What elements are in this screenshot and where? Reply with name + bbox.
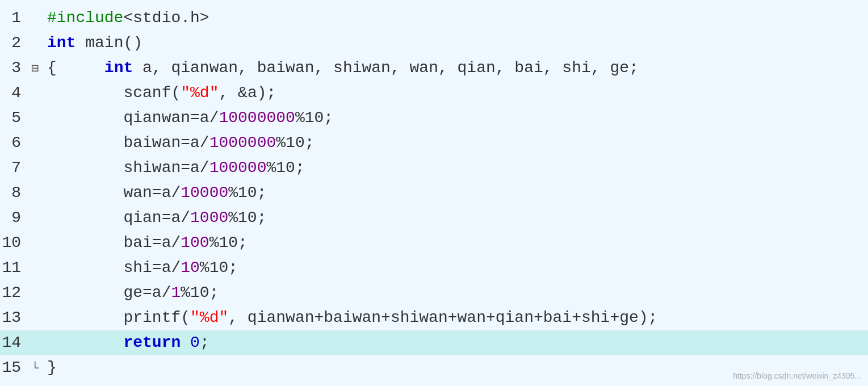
token-normal [181, 334, 190, 351]
token-normal: <stdio.h> [123, 9, 209, 27]
code-content: baiwan=a/1000000%10; [43, 131, 868, 155]
token-normal: %10; [228, 209, 266, 226]
token-kw-return: return [123, 334, 181, 351]
token-normal: shi=a/ [47, 259, 181, 276]
line-number: 8 [0, 181, 31, 205]
line-number: 3 [0, 56, 31, 80]
token-var: 1 [171, 284, 181, 301]
token-normal: , qianwan+baiwan+shiwan+wan+qian+bai+shi… [228, 309, 657, 326]
line-number: 7 [0, 156, 31, 180]
line-number: 14 [0, 330, 31, 355]
code-line: 14 return 0; [0, 330, 868, 355]
line-number: 2 [0, 31, 31, 55]
token-normal: %10; [276, 134, 314, 152]
line-number: 13 [0, 305, 31, 330]
code-content: int main() [43, 31, 868, 55]
code-line: 5 qianwan=a/10000000%10; [0, 106, 868, 131]
line-marker: └ [31, 359, 43, 379]
token-normal: scanf( [47, 84, 181, 102]
code-line: 2int main() [0, 31, 868, 56]
code-line: 7 shiwan=a/100000%10; [0, 156, 868, 181]
token-normal: qian=a/ [47, 209, 190, 226]
token-normal: wan=a/ [47, 184, 181, 202]
token-normal: bai=a/ [47, 234, 181, 251]
code-line: 10 bai=a/100%10; [0, 230, 868, 255]
code-content: #include<stdio.h> [43, 6, 868, 30]
code-content: bai=a/100%10; [43, 230, 868, 255]
token-kw-zero: 0 [190, 334, 200, 351]
token-normal: %10; [209, 234, 248, 251]
code-content: shi=a/10%10; [43, 255, 868, 280]
line-number: 4 [0, 81, 31, 105]
token-str-fmt: "%d" [190, 309, 228, 326]
line-number: 5 [0, 106, 31, 130]
token-normal: { [47, 59, 104, 77]
token-normal: main() [76, 34, 142, 52]
token-var: 10 [181, 259, 200, 276]
code-content: wan=a/10000%10; [43, 181, 868, 205]
token-normal: %10; [200, 259, 238, 276]
line-number: 11 [0, 255, 31, 280]
line-number: 6 [0, 131, 31, 155]
line-number: 9 [0, 205, 31, 230]
line-number: 1 [0, 6, 31, 30]
token-normal: ge=a/ [47, 284, 171, 301]
token-normal: ; [200, 334, 209, 351]
token-normal: a, qianwan, baiwan, shiwan, wan, qian, b… [133, 59, 639, 77]
token-normal: %10; [228, 184, 266, 202]
token-kw-int: int [104, 59, 133, 77]
token-var: 1000 [190, 209, 228, 226]
code-container: 1#include<stdio.h>2int main()3⊟{ int a, … [0, 0, 868, 386]
code-line: 13 printf("%d", qianwan+baiwan+shiwan+wa… [0, 305, 868, 330]
token-var: 100 [181, 234, 209, 251]
token-normal: } [47, 359, 57, 376]
watermark: https://blog.csdn.net/weixin_z4305... [733, 370, 861, 383]
token-str-fmt: "%d" [181, 84, 219, 102]
token-normal: shiwan=a/ [47, 159, 209, 177]
token-normal: %10; [266, 159, 304, 177]
line-marker: ⊟ [31, 60, 43, 79]
code-content: qianwan=a/10000000%10; [43, 106, 868, 130]
code-line: 6 baiwan=a/1000000%10; [0, 131, 868, 156]
code-line: 1#include<stdio.h> [0, 6, 868, 31]
code-line: 4 scanf("%d", &a); [0, 81, 868, 106]
code-line: 3⊟{ int a, qianwan, baiwan, shiwan, wan,… [0, 56, 868, 81]
code-content: return 0; [43, 330, 868, 355]
token-var: 1000000 [209, 134, 276, 152]
line-number: 10 [0, 230, 31, 255]
token-normal: %10; [181, 284, 219, 301]
line-number: 12 [0, 280, 31, 305]
token-var: 10000000 [219, 109, 295, 127]
code-content: scanf("%d", &a); [43, 81, 868, 105]
token-normal: printf( [47, 309, 190, 326]
code-line: 8 wan=a/10000%10; [0, 181, 868, 205]
code-content: { int a, qianwan, baiwan, shiwan, wan, q… [43, 56, 868, 80]
token-normal: baiwan=a/ [47, 134, 209, 152]
token-kw-int: int [47, 34, 76, 52]
code-line: 11 shi=a/10%10; [0, 255, 868, 280]
token-normal: , &a); [219, 84, 276, 102]
code-content: printf("%d", qianwan+baiwan+shiwan+wan+q… [43, 305, 868, 330]
token-var: 100000 [209, 159, 267, 177]
code-content: shiwan=a/100000%10; [43, 156, 868, 180]
code-content: qian=a/1000%10; [43, 205, 868, 230]
token-normal: %10; [295, 109, 333, 127]
token-normal [47, 334, 123, 351]
line-number: 15 [0, 355, 31, 380]
token-normal: qianwan=a/ [47, 109, 219, 127]
token-kw-include: #include [47, 9, 123, 27]
code-line: 9 qian=a/1000%10; [0, 205, 868, 230]
token-var: 10000 [181, 184, 228, 202]
code-line: 12 ge=a/1%10; [0, 280, 868, 305]
code-content: ge=a/1%10; [43, 280, 868, 305]
